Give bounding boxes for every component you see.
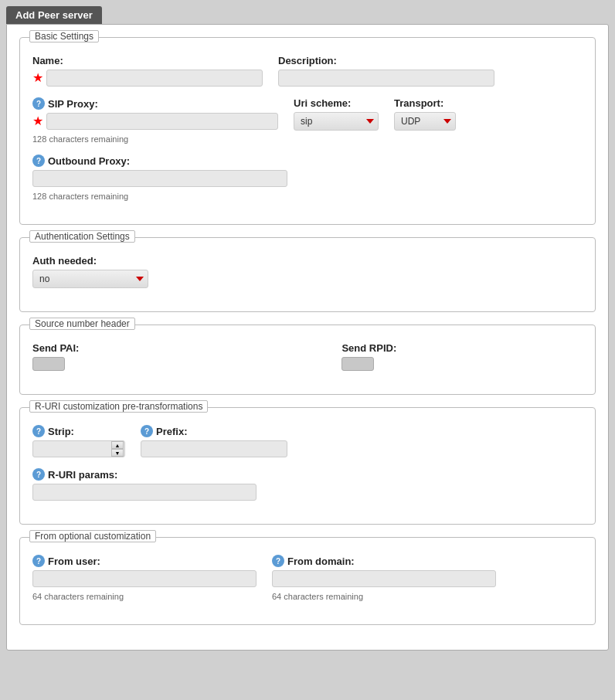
ruri-params-label: ? R-URI params: [32, 468, 257, 481]
basic-settings-legend: Basic Settings [29, 30, 99, 42]
transport-select[interactable]: UDP TCP TLS [394, 112, 456, 131]
sip-proxy-help-icon[interactable]: ? [32, 97, 45, 110]
row-sip-proxy: ? SIP Proxy: ★ 128 characters remaining … [32, 97, 583, 144]
uri-scheme-select-wrap: sip sips tel [294, 112, 379, 131]
outbound-proxy-help-icon[interactable]: ? [32, 155, 45, 167]
sip-proxy-chars: 128 characters remaining [32, 134, 278, 144]
transport-label: Transport: [394, 97, 456, 109]
sip-proxy-label: ? SIP Proxy: [32, 97, 278, 110]
send-pai-toggle[interactable] [32, 357, 65, 371]
send-rpid-toggle[interactable] [341, 357, 374, 371]
ruri-legend: R-URI customization pre-transformations [29, 400, 208, 413]
strip-spinner-buttons: ▲ ▼ [111, 441, 124, 457]
from-domain-input[interactable] [272, 570, 496, 587]
auth-needed-select-wrap: no yes [32, 270, 148, 288]
page-wrapper: Add Peer server Basic Settings Name: ★ [0, 0, 615, 700]
strip-up-button[interactable]: ▲ [111, 441, 124, 449]
from-domain-help-icon[interactable]: ? [272, 555, 284, 567]
row-strip-prefix: ? Strip: ▲ ▼ ? Prefix: [32, 425, 583, 457]
row-from-user-domain: ? From user: 64 characters remaining ? F… [32, 555, 583, 601]
send-rpid-label: Send RPID: [341, 342, 396, 354]
page-title-bar: Add Peer server [6, 6, 102, 24]
transport-select-wrap: UDP TCP TLS [394, 112, 456, 131]
group-uri-scheme: Uri scheme: sip sips tel [294, 97, 379, 131]
group-from-domain: ? From domain: 64 characters remaining [272, 555, 496, 601]
from-domain-chars: 64 characters remaining [272, 592, 496, 601]
group-prefix: ? Prefix: [141, 425, 287, 457]
strip-help-icon[interactable]: ? [32, 425, 45, 437]
name-required-star: ★ [32, 72, 43, 84]
strip-down-button[interactable]: ▼ [111, 449, 124, 457]
from-user-help-icon[interactable]: ? [32, 555, 45, 567]
uri-scheme-select[interactable]: sip sips tel [294, 112, 379, 131]
prefix-label: ? Prefix: [141, 425, 287, 437]
row-send-pai-rpid: Send PAI: Send RPID: [32, 342, 583, 371]
sip-proxy-required-star: ★ [32, 115, 43, 127]
group-transport: Transport: UDP TCP TLS [394, 97, 456, 131]
description-label: Description: [278, 55, 494, 66]
group-name: Name: ★ [32, 55, 263, 87]
group-strip: ? Strip: ▲ ▼ [32, 425, 125, 457]
strip-label: ? Strip: [32, 425, 125, 437]
name-input[interactable] [46, 70, 263, 87]
group-description: Description: [278, 55, 494, 87]
from-domain-label: ? From domain: [272, 555, 496, 567]
ruri-params-help-icon[interactable]: ? [32, 468, 45, 481]
section-from-customization: From optional customization ? From user:… [19, 537, 596, 625]
send-pai-label: Send PAI: [32, 342, 79, 354]
row-outbound-proxy: ? Outbound Proxy: 128 characters remaini… [32, 155, 583, 201]
description-input[interactable] [278, 70, 494, 87]
group-send-rpid: Send RPID: [341, 342, 396, 371]
section-basic-settings: Basic Settings Name: ★ Description: [19, 37, 596, 225]
section-auth-settings: Authentication Settings Auth needed: no … [19, 237, 596, 312]
group-sip-proxy: ? SIP Proxy: ★ 128 characters remaining [32, 97, 278, 144]
sip-proxy-input[interactable] [46, 113, 278, 130]
from-legend: From optional customization [29, 530, 156, 542]
prefix-help-icon[interactable]: ? [141, 425, 153, 437]
from-user-chars: 64 characters remaining [32, 592, 257, 601]
source-number-legend: Source number header [29, 318, 135, 330]
page-title: Add Peer server [15, 9, 93, 21]
from-user-input[interactable] [32, 570, 257, 587]
group-from-user: ? From user: 64 characters remaining [32, 555, 257, 601]
main-container: Basic Settings Name: ★ Description: [6, 24, 609, 651]
outbound-proxy-chars: 128 characters remaining [32, 192, 287, 201]
auth-needed-label: Auth needed: [32, 255, 148, 267]
auth-settings-legend: Authentication Settings [29, 230, 135, 243]
from-user-label: ? From user: [32, 555, 257, 567]
name-label: Name: [32, 55, 263, 66]
section-source-number-header: Source number header Send PAI: Send RPID… [19, 325, 596, 395]
row-name-description: Name: ★ Description: [32, 55, 583, 87]
auth-needed-select[interactable]: no yes [32, 270, 148, 288]
prefix-input[interactable] [141, 440, 287, 457]
group-auth-needed: Auth needed: no yes [32, 255, 148, 288]
group-outbound-proxy: ? Outbound Proxy: 128 characters remaini… [32, 155, 287, 201]
row-auth-needed: Auth needed: no yes [32, 255, 583, 288]
strip-spinner-wrap: ▲ ▼ [32, 440, 125, 457]
group-send-pai: Send PAI: [32, 342, 79, 371]
row-ruri-params: ? R-URI params: [32, 468, 583, 501]
ruri-params-input[interactable] [32, 484, 257, 501]
outbound-proxy-input[interactable] [32, 170, 287, 187]
section-ruri-customization: R-URI customization pre-transformations … [19, 407, 596, 525]
outbound-proxy-label: ? Outbound Proxy: [32, 155, 287, 167]
uri-scheme-label: Uri scheme: [294, 97, 379, 109]
group-ruri-params: ? R-URI params: [32, 468, 257, 501]
